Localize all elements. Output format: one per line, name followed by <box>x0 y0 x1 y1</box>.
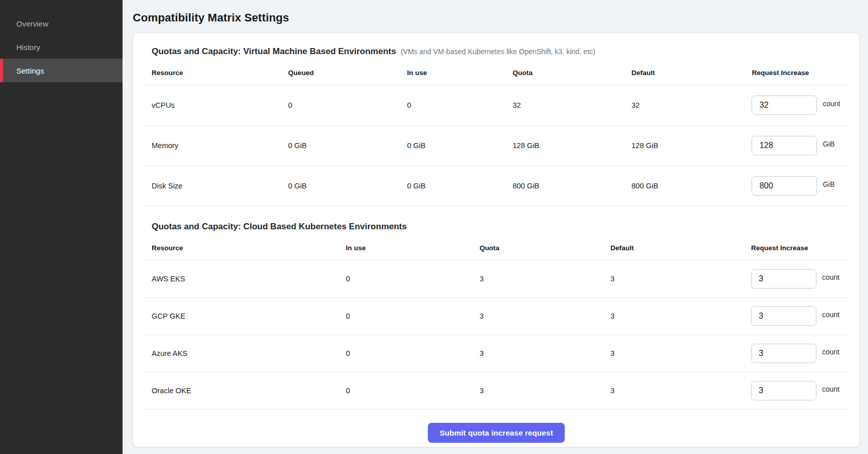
request-increase-cell: GiB <box>744 176 848 196</box>
cell-value: 3 <box>472 275 603 283</box>
unit-label: GiB <box>823 140 834 148</box>
cell-value: 0 <box>339 312 472 320</box>
cell-value: 3 <box>472 312 603 320</box>
cell-value: 800 GiB <box>624 182 745 190</box>
cell-value: 0 GiB <box>400 141 505 150</box>
column-header: In use <box>339 234 472 260</box>
table-body: vCPUs003232countMemory0 GiB0 GiB128 GiB1… <box>144 85 848 206</box>
main-content: Compatibility Matrix Settings Quotas and… <box>123 0 868 454</box>
card-footer: Submit quota increase request <box>144 410 848 448</box>
resource-name: Memory <box>144 141 281 150</box>
cell-value: 3 <box>603 349 744 357</box>
cell-value: 128 GiB <box>505 141 624 150</box>
column-header: Request Increase <box>744 234 848 260</box>
column-header: In use <box>400 59 505 85</box>
submit-quota-button[interactable]: Submit quota increase request <box>428 423 565 443</box>
cell-value: 0 <box>400 101 505 109</box>
table-row: Disk Size0 GiB0 GiB800 GiB800 GiBGiB <box>144 166 848 206</box>
table-header-row: ResourceQueuedIn useQuotaDefaultRequest … <box>144 59 848 85</box>
page-title: Compatibility Matrix Settings <box>133 11 860 25</box>
table-body: AWS EKS033countGCP GKE033countAzure AKS0… <box>144 260 848 410</box>
sidebar-item-settings[interactable]: Settings <box>0 59 123 82</box>
unit-label: count <box>822 385 839 393</box>
section-title-row: Quotas and Capacity: Virtual Machine Bas… <box>144 46 848 57</box>
column-header: Request Increase <box>744 59 848 85</box>
table-row: Memory0 GiB0 GiB128 GiB128 GiBGiB <box>144 126 848 166</box>
unit-label: count <box>823 100 840 108</box>
request-increase-input[interactable] <box>751 269 816 289</box>
resource-name: vCPUs <box>144 101 281 109</box>
resource-name: AWS EKS <box>144 275 339 283</box>
sidebar-nav: OverviewHistorySettings <box>0 12 123 82</box>
cell-value: 0 GiB <box>400 182 505 190</box>
section-title: Quotas and Capacity: Virtual Machine Bas… <box>152 46 396 57</box>
cell-value: 0 <box>339 387 472 395</box>
unit-label: GiB <box>823 180 834 188</box>
request-increase-cell: count <box>744 269 848 289</box>
settings-card: Quotas and Capacity: Virtual Machine Bas… <box>133 33 860 447</box>
column-header: Resource <box>144 234 339 260</box>
request-increase-cell: count <box>744 306 848 326</box>
sidebar: OverviewHistorySettings <box>0 0 123 454</box>
section-cloud-kubernetes: Quotas and Capacity: Cloud Based Kuberne… <box>144 222 848 410</box>
cell-value: 3 <box>603 387 744 395</box>
request-increase-cell: count <box>744 95 848 115</box>
sidebar-item-history[interactable]: History <box>0 35 123 59</box>
app-window: OverviewHistorySettings Compatibility Ma… <box>0 0 868 454</box>
cell-value: 0 <box>339 349 472 357</box>
request-increase-input[interactable] <box>752 176 817 196</box>
column-header: Quota <box>472 234 603 260</box>
resource-name: Oracle OKE <box>144 387 339 395</box>
request-increase-input[interactable] <box>751 381 816 400</box>
table-row: Azure AKS033count <box>144 335 848 372</box>
resource-name: Azure AKS <box>144 349 339 357</box>
cell-value: 32 <box>624 101 745 109</box>
request-increase-cell: GiB <box>744 136 848 155</box>
cell-value: 3 <box>472 349 603 357</box>
section-vm-environments: Quotas and Capacity: Virtual Machine Bas… <box>144 46 848 206</box>
table-row: Oracle OKE033count <box>144 372 848 410</box>
cell-value: 32 <box>505 101 624 109</box>
cloud-quota-table: ResourceIn useQuotaDefaultRequest Increa… <box>144 234 848 410</box>
sidebar-item-overview[interactable]: Overview <box>0 12 123 35</box>
table-row: vCPUs003232count <box>144 85 848 126</box>
section-title: Quotas and Capacity: Cloud Based Kuberne… <box>152 222 407 232</box>
unit-label: count <box>822 273 839 281</box>
column-header: Default <box>624 59 745 85</box>
cell-value: 0 <box>339 275 472 283</box>
column-header: Default <box>603 234 744 260</box>
cell-value: 3 <box>603 275 744 283</box>
column-header: Queued <box>281 59 400 85</box>
cell-value: 0 <box>281 101 400 109</box>
table-row: GCP GKE033count <box>144 298 848 335</box>
section-title-row: Quotas and Capacity: Cloud Based Kuberne… <box>144 222 848 232</box>
cell-value: 3 <box>603 312 744 320</box>
table-row: AWS EKS033count <box>144 260 848 298</box>
column-header: Quota <box>505 59 624 85</box>
unit-label: count <box>822 348 839 356</box>
cell-value: 0 GiB <box>281 141 400 150</box>
column-header: Resource <box>144 59 281 85</box>
request-increase-input[interactable] <box>752 136 817 155</box>
section-subtitle: (VMs and VM-based Kubernetes like OpenSh… <box>401 47 595 56</box>
cell-value: 128 GiB <box>624 141 745 150</box>
resource-name: Disk Size <box>144 182 281 190</box>
table-header-row: ResourceIn useQuotaDefaultRequest Increa… <box>144 234 848 260</box>
request-increase-input[interactable] <box>751 344 816 363</box>
request-increase-cell: count <box>744 381 848 400</box>
cell-value: 800 GiB <box>505 182 624 190</box>
unit-label: count <box>822 310 839 319</box>
vm-quota-table: ResourceQueuedIn useQuotaDefaultRequest … <box>144 59 848 206</box>
request-increase-cell: count <box>744 344 848 363</box>
resource-name: GCP GKE <box>144 312 339 320</box>
request-increase-input[interactable] <box>752 95 817 115</box>
cell-value: 3 <box>472 387 603 395</box>
request-increase-input[interactable] <box>751 306 816 326</box>
cell-value: 0 GiB <box>281 182 400 190</box>
